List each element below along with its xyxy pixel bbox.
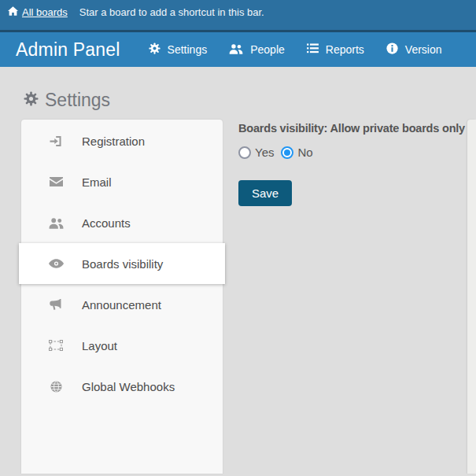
settings-sidebar: Registration Email Accounts Boards visib…: [21, 120, 223, 474]
visibility-radio-group: Yes No: [238, 146, 470, 159]
reports-icon: [307, 43, 319, 56]
radio-no[interactable]: [281, 146, 293, 159]
nav-label: Settings: [168, 43, 208, 56]
all-boards-label: All boards: [22, 6, 68, 18]
settings-page: Settings Registration Email Accounts Bo: [0, 67, 476, 474]
bullhorn-icon: [47, 299, 65, 311]
users-icon: [47, 217, 65, 229]
all-boards-link[interactable]: All boards: [8, 6, 68, 18]
radio-yes-label[interactable]: Yes: [255, 146, 274, 159]
save-button[interactable]: Save: [238, 180, 292, 206]
sidebar-item-announcement[interactable]: Announcement: [21, 284, 223, 325]
nav-item-people[interactable]: People: [229, 42, 285, 57]
eye-icon: [47, 259, 65, 268]
sidebar-item-label: Global Webhooks: [82, 380, 175, 393]
star-hint-text: Star a board to add a shortcut in this b…: [79, 6, 264, 18]
admin-header: Admin Panel Settings People Reports Vers…: [0, 32, 476, 67]
next-panel-sliver: [467, 120, 476, 474]
nav-item-reports[interactable]: Reports: [307, 42, 364, 57]
sidebar-item-label: Email: [82, 175, 112, 189]
admin-nav: Settings People Reports Version: [149, 42, 442, 57]
page-title-label: Settings: [45, 90, 110, 111]
admin-panel-title: Admin Panel: [16, 39, 120, 61]
sidebar-item-label: Boards visibility: [82, 257, 163, 271]
layout-icon: [47, 340, 65, 351]
nav-item-version[interactable]: Version: [386, 42, 442, 57]
page-title: Settings: [24, 90, 110, 111]
setting-heading: Boards visibility: Allow private boards …: [238, 122, 470, 135]
nav-label: Reports: [326, 43, 364, 56]
nav-label: Version: [405, 43, 442, 56]
sidebar-item-global-webhooks[interactable]: Global Webhooks: [21, 366, 223, 407]
sidebar-item-accounts[interactable]: Accounts: [21, 202, 223, 243]
sidebar-item-label: Announcement: [82, 298, 161, 312]
sign-in-icon: [47, 135, 65, 147]
gear-icon: [24, 90, 39, 111]
globe-icon: [47, 381, 65, 393]
boards-visibility-pane: Boards visibility: Allow private boards …: [238, 122, 470, 206]
sidebar-item-label: Layout: [82, 339, 117, 352]
radio-yes[interactable]: [238, 146, 251, 159]
sidebar-item-registration[interactable]: Registration: [21, 120, 223, 161]
gear-icon: [149, 42, 161, 57]
nav-label: People: [250, 43, 285, 56]
sidebar-item-layout[interactable]: Layout: [21, 325, 223, 366]
sidebar-item-label: Registration: [82, 135, 145, 148]
sidebar-item-label: Accounts: [82, 216, 131, 230]
radio-no-label[interactable]: No: [297, 146, 312, 159]
nav-item-settings[interactable]: Settings: [149, 42, 208, 57]
board-shortcut-bar: All boards Star a board to add a shortcu…: [0, 0, 476, 32]
people-icon: [229, 43, 243, 57]
info-icon: [386, 42, 398, 57]
sidebar-item-boards-visibility[interactable]: Boards visibility: [19, 243, 225, 284]
sidebar-item-email[interactable]: Email: [21, 161, 223, 202]
envelope-icon: [47, 177, 65, 186]
home-icon: [8, 6, 18, 18]
